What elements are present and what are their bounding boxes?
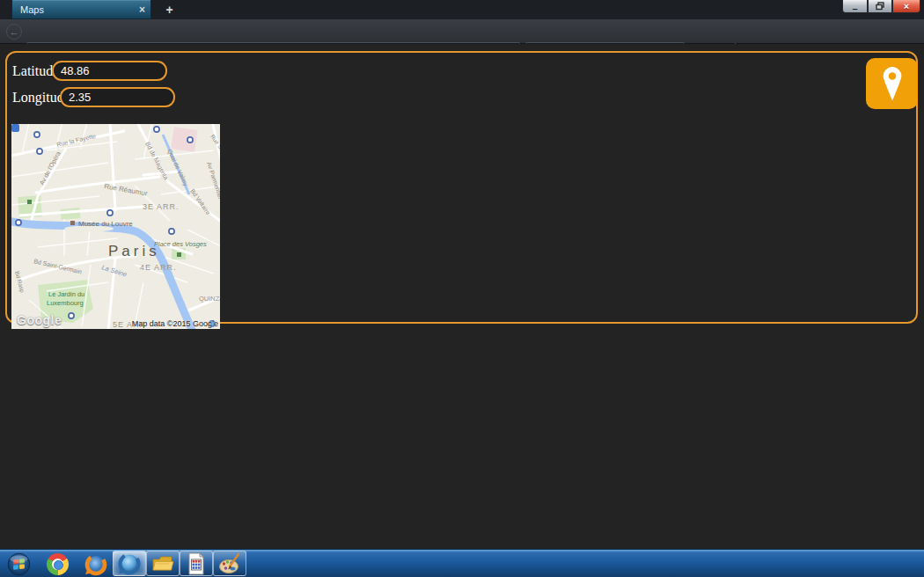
map-label: Place des Vosges: [154, 240, 207, 248]
taskbar: FR ▲: [0, 549, 924, 577]
tab-title: Maps: [20, 4, 139, 15]
taskbar-chrome[interactable]: [46, 552, 70, 576]
coordinates-form-box: Latitude : Longitude :: [5, 51, 918, 324]
metro-station-icon: [169, 229, 174, 234]
map-label: Luxembourg: [47, 299, 84, 307]
metro-station-icon: [187, 137, 193, 142]
metro-station-icon: [34, 132, 40, 137]
google-logo: Google: [17, 313, 62, 327]
map-attribution: Map data ©2015 Google: [132, 319, 218, 328]
latitude-input[interactable]: [52, 61, 167, 81]
tab-maps[interactable]: Maps ×: [11, 0, 151, 19]
minimize-button[interactable]: –: [842, 0, 868, 13]
metro-station-icon: [154, 127, 159, 132]
map-graphic: Rue la FayetteBd de MagentaQuai de Valmy…: [11, 124, 220, 329]
metro-station-icon: [107, 210, 113, 215]
start-button[interactable]: [4, 551, 33, 577]
chrome-icon: [47, 553, 69, 575]
map-image: Rue la FayetteBd de MagentaQuai de Valmy…: [11, 124, 220, 329]
palette-icon: [218, 552, 241, 575]
metro-station-icon: [37, 149, 42, 154]
taskbar-firefox-nightly-active[interactable]: [113, 551, 146, 576]
longitude-input[interactable]: [60, 87, 175, 107]
restore-icon: [876, 2, 885, 11]
start-orb-icon: [5, 551, 33, 577]
locate-pin-button[interactable]: [866, 58, 918, 109]
metro-station-icon: [16, 220, 21, 225]
map-label: 3E ARR.: [143, 202, 180, 211]
tab-bar: Maps × + – ×: [0, 0, 924, 19]
taskbar-firefox[interactable]: [84, 552, 107, 576]
map-label: Musée du Louvre: [78, 220, 133, 228]
taskbar-table-editor[interactable]: [180, 551, 213, 576]
table-document-icon: [187, 552, 206, 575]
poi-icon: [27, 200, 32, 204]
tab-close-icon[interactable]: ×: [139, 4, 145, 15]
new-tab-button[interactable]: +: [158, 3, 180, 18]
map-corner-chip: [11, 124, 19, 132]
navigation-toolbar: ← ▼ → ☆: [0, 19, 924, 44]
window-controls: – ×: [842, 0, 920, 14]
close-button[interactable]: ×: [892, 0, 920, 13]
firefox-icon: [84, 553, 107, 576]
map-label: 4E ARR.: [140, 263, 177, 272]
taskbar-explorer[interactable]: [146, 551, 180, 576]
map-label: QUINZE-V: [199, 295, 220, 303]
back-button[interactable]: ←: [6, 24, 22, 40]
firefox-nightly-icon: [118, 552, 141, 575]
map-pin-icon: [877, 64, 907, 103]
page-content: Latitude : Longitude :: [0, 44, 924, 549]
map-label: Paris: [108, 243, 160, 259]
folder-icon: [151, 553, 174, 574]
taskbar-paint-app[interactable]: [213, 551, 246, 576]
poi-icon: [70, 221, 75, 225]
poi-icon: [177, 252, 181, 257]
metro-station-icon: [69, 313, 74, 318]
map-label: Le Jardin du: [48, 290, 84, 298]
restore-button[interactable]: [868, 0, 892, 13]
